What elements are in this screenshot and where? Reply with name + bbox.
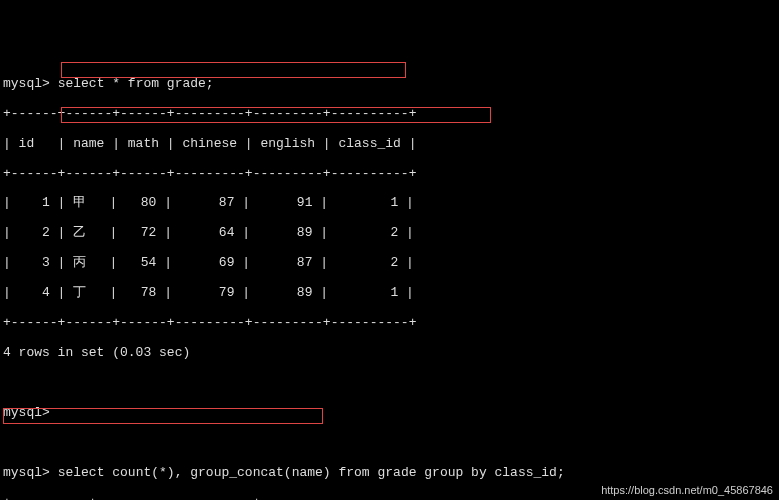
prompt-line: mysql> select * from grade; <box>3 77 779 92</box>
table-row: | 4 | 丁 | 78 | 79 | 89 | 1 | <box>3 286 779 301</box>
prompt-line: mysql> select count(*), group_concat(nam… <box>3 466 779 481</box>
table-row: | 1 | 甲 | 80 | 87 | 91 | 1 | <box>3 196 779 211</box>
table-border: +------+------+------+---------+--------… <box>3 107 779 122</box>
table-row: | 3 | 丙 | 54 | 69 | 87 | 2 | <box>3 256 779 271</box>
table-border: +------+------+------+---------+--------… <box>3 167 779 182</box>
table-header: | id | name | math | chinese | english |… <box>3 137 779 152</box>
sql-query: select * from grade; <box>58 76 214 91</box>
blank-line <box>3 376 779 391</box>
watermark: https://blog.csdn.net/m0_45867846 <box>601 484 773 497</box>
prompt-line[interactable]: mysql> <box>3 406 779 421</box>
table-border: +------+------+------+---------+--------… <box>3 316 779 331</box>
sql-query: select count(*), group_concat(name) from… <box>58 465 565 480</box>
table-row: | 2 | 乙 | 72 | 64 | 89 | 2 | <box>3 226 779 241</box>
result-footer: 4 rows in set (0.03 sec) <box>3 346 779 361</box>
